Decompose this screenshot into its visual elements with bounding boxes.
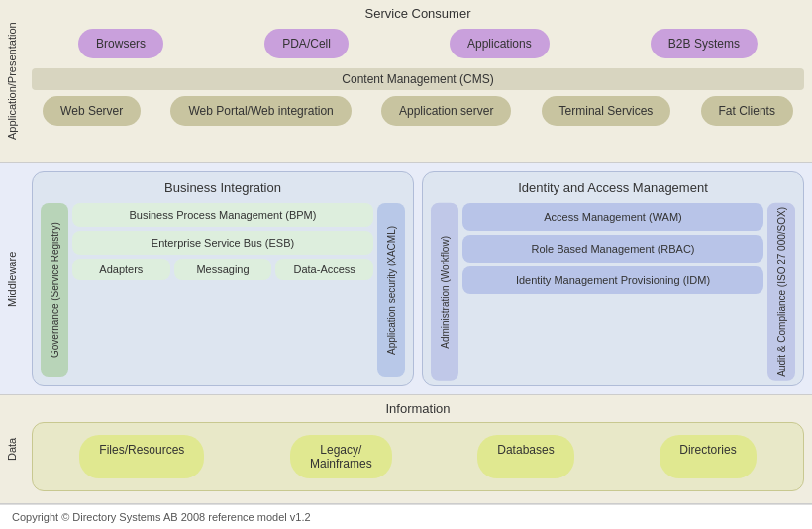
esb-pill: Enterprise Service Bus (ESB) [72,231,373,255]
idm-pill: Identity Management Provisioning (IDM) [462,266,763,294]
service-consumer-row2: Web Server Web Portal/Web integration Ap… [32,96,804,126]
wam-pill: Access Management (WAM) [462,203,763,231]
footer-text: Copyright © Directory Systems AB 2008 re… [12,511,311,523]
service-consumer-row1: Browsers PDA/Cell Applications B2B Syste… [32,29,804,58]
audit-bar: Audit & Compliance (ISO 27 000/SOX) [767,203,795,381]
bpm-pill: Business Process Management (BPM) [72,203,373,227]
top-section-label: Application/Presentation [0,0,24,162]
admin-bar: Administration (Workflow) [431,203,458,381]
information-box: Files/Resources Legacy/ Mainframes Datab… [32,422,804,491]
pill-appserver: Application server [381,96,511,126]
page-wrapper: Application/Presentation Service Consume… [0,0,812,529]
biz-integration-title: Business Integration [41,180,405,195]
pill-terminalservices: Terminal Services [542,96,671,126]
pill-fatclients: Fat Clients [701,96,793,126]
bottom-section-content: Information Files/Resources Legacy/ Main… [24,395,812,503]
governance-bar: Governance (Service Registry) [41,203,68,377]
pill-webserver: Web Server [43,96,141,126]
middle-section: Middleware Business Integration Governan… [0,163,812,395]
bi-inner: Governance (Service Registry) Business P… [41,203,405,377]
pill-applications: Applications [450,29,550,58]
data-access-pill: Data-Access [275,259,373,280]
top-section: Application/Presentation Service Consume… [0,0,812,163]
pill-browsers: Browsers [78,29,163,58]
information-title: Information [32,401,804,416]
info-pill-legacy: Legacy/ Mainframes [290,435,392,478]
biz-integration-box: Business Integration Governance (Service… [32,171,414,386]
bi-center: Business Process Management (BPM) Enterp… [72,203,373,377]
pill-webportal: Web Portal/Web integration [170,96,351,126]
middle-section-content: Business Integration Governance (Service… [24,163,812,394]
iam-center: Access Management (WAM) Role Based Manag… [462,203,763,381]
pill-pdacell: PDA/Cell [264,29,349,58]
iam-inner: Administration (Workflow) Access Managem… [431,203,795,381]
bottom-section-label: Data [0,395,24,503]
info-pill-directories: Directories [660,435,756,478]
bottom-section: Data Information Files/Resources Legacy/… [0,395,812,504]
iam-box: Identity and Access Management Administr… [422,171,804,386]
top-section-content: Service Consumer Browsers PDA/Cell Appli… [24,0,812,162]
iam-title: Identity and Access Management [431,180,795,195]
bi-bottom-row: Adapters Messaging Data-Access [72,259,373,280]
middleware-content: Business Integration Governance (Service… [32,171,804,386]
app-security-bar: Application security (XACML) [377,203,405,377]
info-pill-files: Files/Resources [79,435,204,478]
rbac-pill: Role Based Management (RBAC) [462,235,763,263]
info-pill-databases: Databases [477,435,573,478]
service-consumer-title: Service Consumer [32,6,804,21]
cms-bar: Content Management (CMS) [32,68,804,90]
adapters-pill: Adapters [72,259,170,280]
footer: Copyright © Directory Systems AB 2008 re… [0,504,812,529]
middle-section-label: Middleware [0,163,24,394]
pill-b2bsystems: B2B Systems [651,29,758,58]
messaging-pill: Messaging [174,259,272,280]
